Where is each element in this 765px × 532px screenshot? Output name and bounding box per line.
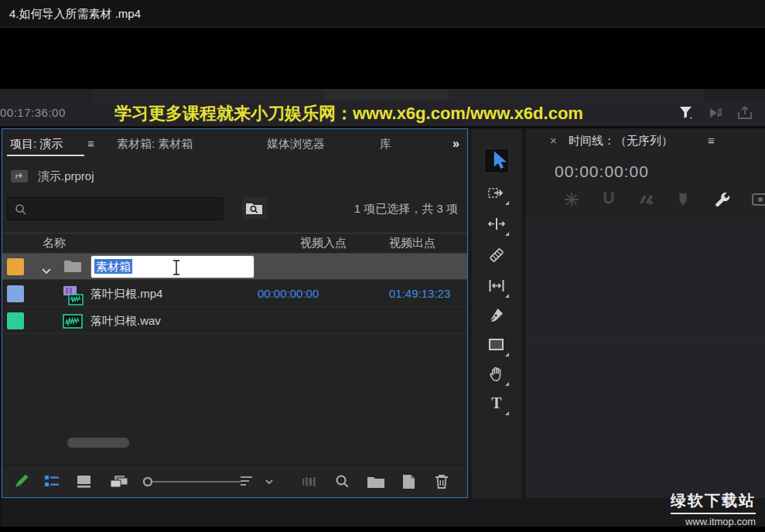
search-bin-button[interactable] xyxy=(242,197,267,219)
freeform-view-icon[interactable] xyxy=(108,472,126,491)
tab-bin[interactable]: 素材箱: 素材箱 xyxy=(117,129,193,159)
slip-tool[interactable] xyxy=(487,277,506,295)
sort-options-icon[interactable] xyxy=(237,472,256,491)
search-box[interactable] xyxy=(7,197,224,220)
snap-magnet-icon[interactable] xyxy=(599,190,618,209)
tools-panel: T xyxy=(472,128,521,498)
table-row-wav[interactable]: 落叶归根.wav xyxy=(2,308,467,334)
timeline-tab-bar: × 时间线：（无序列） ≡ xyxy=(525,128,765,155)
type-tool[interactable]: T xyxy=(487,394,506,413)
new-bin-icon[interactable] xyxy=(366,472,384,491)
find-icon[interactable] xyxy=(333,472,352,491)
active-tab-underline xyxy=(7,155,84,156)
column-video-out[interactable]: 视频出点 xyxy=(389,236,435,251)
site-watermark-url: www.itmop.com xyxy=(0,516,756,527)
project-tab-bar: 项目: 演示 ≡ 素材箱: 素材箱 媒体浏览器 库 » xyxy=(2,129,467,159)
tab-overflow-chevron-icon[interactable]: » xyxy=(453,129,459,159)
video-out-timecode: 01:49:13:23 xyxy=(389,287,450,300)
track-select-forward-tool[interactable] xyxy=(487,184,506,203)
filter-funnel-icon[interactable] xyxy=(677,104,695,125)
svg-text:T: T xyxy=(491,394,502,411)
playback-timecode: 00:17:36:00 xyxy=(0,106,66,119)
rename-input[interactable]: 素材箱 xyxy=(91,255,254,278)
monitor-ticker-row: 00:17:36:00 学习更多课程就来小刀娱乐网：www.x6g.com/ww… xyxy=(0,101,765,126)
add-marker-icon[interactable] xyxy=(674,190,692,209)
project-panel: 项目: 演示 ≡ 素材箱: 素材箱 媒体浏览器 库 » 演示.prproj 1 … xyxy=(2,128,468,498)
video-in-timecode: 00:00:00:00 xyxy=(258,287,319,300)
column-name[interactable]: 名称 xyxy=(43,236,66,251)
rename-selected-text: 素材箱 xyxy=(94,259,132,274)
search-icon xyxy=(14,203,28,217)
breadcrumb: 演示.prproj xyxy=(2,165,467,189)
play-audio-icon[interactable] xyxy=(706,104,725,125)
timeline-display-settings-wrench-icon[interactable] xyxy=(712,190,731,209)
new-item-icon[interactable] xyxy=(400,472,418,491)
av-clip-icon xyxy=(63,285,84,309)
audio-clip-icon xyxy=(63,314,83,332)
timeline-tab-title[interactable]: 时间线：（无序列） xyxy=(569,134,673,148)
hand-tool[interactable] xyxy=(487,365,506,384)
ripple-edit-tool[interactable] xyxy=(487,215,506,234)
tab-libraries[interactable]: 库 xyxy=(380,129,391,159)
site-watermark: 绿软下载站 www.itmop.com xyxy=(0,490,756,527)
label-swatch[interactable] xyxy=(7,285,24,302)
delete-trash-icon[interactable] xyxy=(432,472,451,491)
video-title: 4.如何导入所需素材 .mp4 xyxy=(9,7,141,20)
bottom-black-bar xyxy=(0,527,765,532)
table-row-bin[interactable]: 素材箱 xyxy=(2,254,467,280)
insert-overwrite-nest-icon[interactable] xyxy=(562,190,581,209)
export-icon[interactable] xyxy=(736,104,754,125)
breadcrumb-label[interactable]: 演示.prproj xyxy=(38,169,94,184)
video-title-bar: 4.如何导入所需素材 .mp4 xyxy=(0,0,765,28)
automate-to-sequence-icon[interactable] xyxy=(299,472,318,491)
project-file-icon[interactable] xyxy=(10,168,30,188)
promo-watermark: 学习更多课程就来小刀娱乐网：www.x6g.com/www.x6d.com xyxy=(114,102,583,125)
timeline-menu-icon[interactable]: ≡ xyxy=(708,134,715,147)
timeline-timecode[interactable]: 00:00:00:00 xyxy=(555,162,649,181)
icon-view-icon[interactable] xyxy=(75,472,94,491)
pen-tool[interactable] xyxy=(487,306,506,325)
chevron-down-icon[interactable] xyxy=(41,264,52,278)
list-header: 名称 视频入点 视频出点 xyxy=(2,233,467,254)
razor-tool[interactable] xyxy=(487,246,506,264)
timeline-panel: × 时间线：（无序列） ≡ 00:00:00:00 xyxy=(524,128,765,498)
writable-pencil-icon[interactable] xyxy=(12,472,30,491)
selection-status: 1 项已选择，共 3 项 xyxy=(354,202,458,217)
rectangle-tool[interactable] xyxy=(487,336,506,354)
site-watermark-name: 绿软下载站 xyxy=(671,490,756,514)
close-icon[interactable]: × xyxy=(550,134,557,147)
table-row-mp4[interactable]: 落叶归根.mp4 00:00:00:00 01:49:13:23 xyxy=(2,281,467,307)
ui-strip xyxy=(0,89,765,101)
tab-media-browser[interactable]: 媒体浏览器 xyxy=(267,129,325,159)
clip-name: 落叶归根.wav xyxy=(91,314,161,329)
label-swatch[interactable] xyxy=(7,258,24,275)
list-view-icon[interactable] xyxy=(43,472,61,491)
clip-name: 落叶归根.mp4 xyxy=(91,287,162,302)
search-input[interactable] xyxy=(29,200,219,218)
bin-folder-icon xyxy=(63,258,83,277)
zoom-slider-track[interactable] xyxy=(152,481,241,483)
horizontal-scrollbar-thumb[interactable] xyxy=(67,438,129,448)
linked-selection-icon[interactable] xyxy=(637,190,655,209)
video-black-area xyxy=(0,29,765,89)
sort-chevron-icon[interactable] xyxy=(264,472,282,491)
partial-clipped-icon[interactable] xyxy=(751,190,765,209)
timeline-toolbar xyxy=(525,190,765,212)
selection-tool[interactable] xyxy=(484,148,509,173)
text-cursor-ibeam xyxy=(172,259,181,283)
column-video-in[interactable]: 视频入点 xyxy=(300,236,347,251)
panel-menu-icon[interactable]: ≡ xyxy=(87,129,94,159)
app-window: 4.如何导入所需素材 .mp4 00:17:36:00 学习更多课程就来小刀娱乐… xyxy=(0,0,765,532)
label-swatch[interactable] xyxy=(7,312,24,329)
timeline-empty-area[interactable] xyxy=(525,220,765,498)
